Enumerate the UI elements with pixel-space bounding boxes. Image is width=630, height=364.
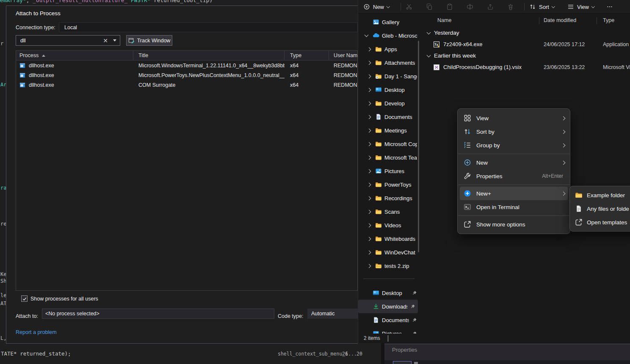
sidebar-item-whiteboards[interactable]: Whiteboards	[358, 232, 420, 245]
sidebar-item-pictures[interactable]: Pictures	[358, 164, 420, 178]
sort-button-label: Sort	[539, 4, 549, 10]
file-group-earlier-this-week[interactable]: Earlier this week	[420, 50, 630, 61]
filter-dropdown-icon[interactable]	[113, 39, 116, 41]
sidebar-item-scans[interactable]: Scans	[358, 205, 420, 218]
chevron-right-icon[interactable]	[367, 128, 371, 132]
track-window-button[interactable]: Track Window	[126, 35, 172, 46]
sidebar-item-gallery[interactable]: Gallery	[358, 15, 420, 29]
process-filter-box[interactable]: ✕	[16, 35, 120, 46]
report-a-problem-link[interactable]: Report a problem	[16, 329, 57, 335]
chevron-right-icon[interactable]	[367, 237, 371, 241]
process-row-3[interactable]: dllhost.exeCOM Surrogatex64REDMOND	[16, 80, 357, 90]
chevron-right-icon[interactable]	[367, 169, 371, 173]
sidebar-item-attachments[interactable]: Attachments	[358, 56, 420, 69]
column-header-title[interactable]: Title	[133, 51, 285, 60]
chevron-down-icon[interactable]	[427, 53, 431, 57]
chevron-right-icon[interactable]	[561, 160, 566, 165]
connection-type-combobox[interactable]: Local	[59, 22, 358, 32]
chevron-right-icon[interactable]	[367, 264, 371, 268]
column-header-user[interactable]: User Name	[329, 51, 357, 60]
column-header-date-modified[interactable]: Date modified	[544, 17, 576, 23]
sidebar-item-documents[interactable]: Documents	[358, 110, 420, 124]
code-token: PWSTR*	[131, 0, 150, 3]
menu-item-show-more-options[interactable]: Show more options	[458, 218, 570, 231]
sidebar-item-meetings[interactable]: Meetings	[358, 124, 420, 137]
sidebar-item-develop[interactable]: Develop	[358, 97, 420, 110]
chevron-right-icon[interactable]	[367, 74, 371, 78]
sidebar-item-powertoys[interactable]: PowerToys	[358, 178, 420, 191]
chevron-right-icon[interactable]	[367, 115, 371, 119]
show-all-users-checkbox[interactable]	[21, 295, 28, 302]
submenu-item-open-templates[interactable]: Open templates	[570, 215, 630, 229]
sidebar-item-recordings[interactable]: Recordings	[358, 191, 420, 205]
menu-item-new[interactable]: New+	[460, 187, 568, 200]
sidebar-item-microsoft-tear[interactable]: Microsoft Tear	[358, 151, 420, 164]
chevron-right-icon[interactable]	[561, 130, 566, 134]
column-divider[interactable]	[597, 17, 597, 24]
more-options-button[interactable]	[606, 0, 613, 14]
sidebar-item-desktop[interactable]: Desktop	[358, 286, 420, 300]
sidebar-item-documents[interactable]: Documents	[358, 313, 420, 327]
view-button[interactable]: View	[567, 0, 594, 14]
menu-item-view[interactable]: View	[458, 111, 570, 125]
chevron-right-icon[interactable]	[367, 47, 371, 51]
chevron-right-icon[interactable]	[367, 88, 371, 92]
sidebar-item-windevchat-c[interactable]: WinDevChat c	[358, 245, 420, 259]
properties-focused-control[interactable]	[393, 361, 412, 364]
clear-filter-icon[interactable]: ✕	[100, 38, 111, 44]
process-filter-input[interactable]	[19, 37, 98, 44]
chevron-right-icon[interactable]	[367, 250, 371, 254]
menu-item-new[interactable]: New	[458, 156, 570, 169]
sort-button[interactable]: Sort	[529, 0, 554, 14]
column-divider[interactable]	[539, 17, 539, 24]
menu-separator	[458, 215, 569, 216]
chevron-slot	[365, 88, 373, 91]
submenu-item-any-files-or-folde[interactable]: Any files or folde	[570, 202, 630, 215]
chevron-down-icon[interactable]	[427, 30, 431, 34]
chevron-right-icon[interactable]	[561, 191, 566, 196]
chevron-right-icon[interactable]	[367, 223, 371, 227]
new-button[interactable]: New	[363, 0, 390, 14]
file-date-modified: 24/06/2025 17:12	[544, 41, 603, 47]
chevron-down-icon[interactable]	[364, 33, 368, 37]
column-header-process[interactable]: Process	[16, 51, 133, 60]
chevron-right-icon[interactable]	[367, 142, 371, 146]
menu-item-sort-by[interactable]: Sort by	[458, 125, 570, 138]
sidebar-item-videos[interactable]: Videos	[358, 218, 420, 232]
file-row-7z2409-x64-exe[interactable]: 7z7z2409-x64.exe24/06/2025 17:12Applicat…	[420, 39, 630, 50]
process-row-1[interactable]: dllhost.exeMicrosoft.WindowsTerminal_1.2…	[16, 61, 357, 70]
menu-item-group-by[interactable]: Group by	[458, 138, 570, 152]
sidebar-item-day-1-sangee[interactable]: Day 1 - Sangee	[358, 69, 420, 83]
file-row-childprocessdebugging-1-vsix[interactable]: ChildProcessDebugging (1).vsix23/06/2025…	[420, 61, 630, 73]
column-header-type[interactable]: Type	[603, 17, 614, 23]
sidebar-item-apps[interactable]: Apps	[358, 42, 420, 56]
file-group-yesterday[interactable]: Yesterday	[420, 27, 630, 39]
menu-item-open-in-terminal[interactable]: Open in Terminal	[458, 200, 570, 214]
chevron-right-icon[interactable]	[367, 155, 371, 160]
sidebar-item-downloads[interactable]: Downloads	[358, 300, 418, 313]
column-header-type[interactable]: Type	[285, 51, 329, 60]
chevron-right-icon[interactable]	[367, 196, 371, 200]
chevron-right-icon[interactable]	[561, 116, 566, 120]
sidebar-item-microsoft-cop[interactable]: Microsoft Cop	[358, 137, 420, 151]
sidebar-item-gleb-microsoft[interactable]: Gleb - Microsoft	[358, 29, 420, 42]
code-type-field[interactable]: Automatic	[307, 309, 358, 319]
folder-icon	[375, 235, 382, 242]
wrench-icon	[464, 172, 471, 180]
menu-item-properties[interactable]: PropertiesAlt+Enter	[458, 169, 570, 183]
process-cell-user: REDMOND	[329, 72, 357, 78]
properties-toolbar-icon[interactable]	[414, 362, 418, 364]
submenu-item-example-folder[interactable]: Example folder	[570, 188, 630, 202]
sidebar-item-desktop[interactable]: Desktop	[358, 83, 420, 97]
attach-to-field[interactable]: <No process selected>	[42, 309, 274, 319]
chevron-right-icon[interactable]	[367, 61, 371, 65]
chevron-right-icon[interactable]	[367, 101, 371, 105]
chevron-right-icon[interactable]	[367, 210, 371, 214]
sidebar-item-tests-2-zip[interactable]: tests 2.zip	[358, 259, 420, 273]
chevron-right-icon[interactable]	[367, 182, 371, 187]
process-row-2[interactable]: dllhost.exeMicrosoft.PowerToys.NewPlusCo…	[16, 70, 357, 80]
column-header-name[interactable]: Name	[437, 17, 451, 23]
sidebar-scrollbar[interactable]	[418, 41, 419, 252]
copy-icon	[426, 3, 433, 10]
chevron-right-icon[interactable]	[561, 143, 566, 147]
